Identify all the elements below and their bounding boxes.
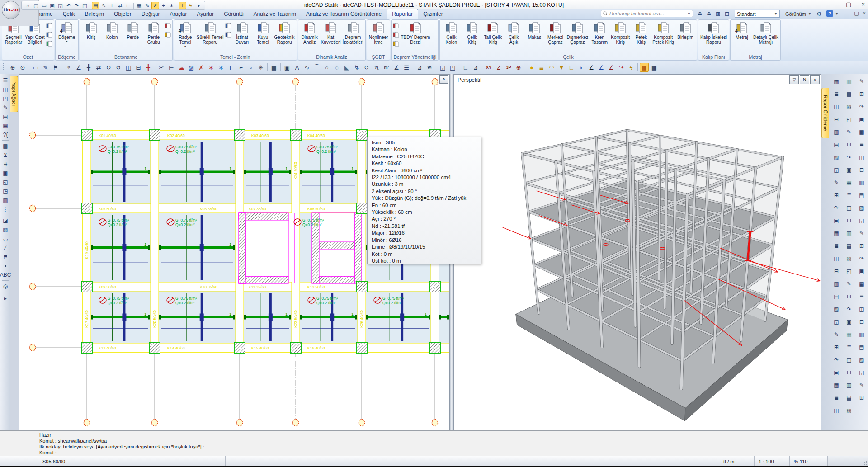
report-grid-icon[interactable]: ▦ xyxy=(832,229,840,237)
snap-icon[interactable]: ✗ xyxy=(151,2,159,9)
slice-icon[interactable]: ◪ xyxy=(1,217,9,225)
mdi-restore-button[interactable]: ▢ xyxy=(854,10,859,16)
ribbon-button-radye-temel[interactable]: 4Radye Temel▼ xyxy=(175,21,196,48)
table-report-icon[interactable]: ⊞ xyxy=(845,141,853,149)
layer-list2-icon[interactable]: ≘ xyxy=(705,10,713,18)
ribbon-button--elik-a-k[interactable]: Çelik Aşık xyxy=(503,21,524,45)
export-icon[interactable]: ↷ xyxy=(858,255,866,263)
report-grid-icon[interactable]: ▦ xyxy=(832,381,840,389)
home-icon[interactable]: ⌂ xyxy=(24,2,32,9)
section-view-icon[interactable]: ◫ xyxy=(832,255,840,263)
section-view-icon[interactable]: ◫ xyxy=(845,356,853,364)
select-cursor-icon[interactable]: ↖ xyxy=(100,2,108,9)
edit-object-icon[interactable]: ✎ xyxy=(1,104,9,112)
divide-icon[interactable]: ∗ xyxy=(207,63,216,72)
structure-tree-tab[interactable]: Yapı Ağacı xyxy=(10,76,18,112)
ribbon-button-d-merkez-apraz[interactable]: Dışmerkez Çapraz xyxy=(566,21,589,45)
cloud-shape-icon[interactable]: ◌ xyxy=(332,63,341,72)
previous-view-icon[interactable]: ◰ xyxy=(81,2,89,9)
section-view-icon[interactable]: ◫ xyxy=(858,305,866,313)
qat-overflow-icon[interactable]: ▾ xyxy=(195,2,203,9)
corner-tool-icon[interactable]: ∟ xyxy=(124,2,132,9)
split-icon[interactable]: ∕ xyxy=(1,244,9,252)
ribbon-button--elik-kiri-[interactable]: Çelik Kiriş xyxy=(462,21,482,45)
slab-report-icon[interactable]: ▤ xyxy=(832,292,840,301)
analysis-bolt-icon[interactable]: ϟ xyxy=(627,63,636,72)
resize-grip[interactable] xyxy=(862,460,868,466)
grid-settings-icon[interactable]: ▦ xyxy=(135,2,143,9)
table-report-icon[interactable]: ⊞ xyxy=(858,90,866,98)
wall-report-icon[interactable]: ▨ xyxy=(845,406,853,415)
section-view-icon[interactable]: ◫ xyxy=(845,204,853,212)
find-icon[interactable]: ◎ xyxy=(1,282,9,290)
polyline-icon[interactable]: ↯ xyxy=(352,63,361,72)
print-preview-icon[interactable]: ▣ xyxy=(845,318,853,326)
tab-analiz-ve-tasar-m[interactable]: Analiz ve Tasarım xyxy=(249,9,301,19)
mini-report-button[interactable] xyxy=(225,22,231,30)
drawing-icon[interactable]: ✎ xyxy=(845,128,853,136)
object-query-icon[interactable]: ?{ xyxy=(1,131,9,139)
column-report-icon[interactable]: ▥ xyxy=(832,128,840,136)
compass-icon[interactable]: ⌖ xyxy=(64,63,73,72)
chamfer-icon[interactable]: ⌐ xyxy=(236,63,245,72)
column-report-icon[interactable]: ▥ xyxy=(845,381,853,389)
detail-view-icon[interactable]: ◱ xyxy=(845,115,853,123)
tab-g-r-nt-[interactable]: Görüntü xyxy=(219,9,248,19)
section-view-icon[interactable]: ◫ xyxy=(832,103,840,111)
plan-view-mode-button[interactable]: ∧ xyxy=(439,75,448,84)
detail-view-icon[interactable]: ◱ xyxy=(845,267,853,275)
ribbon-button-detayl-elik-metraj-[interactable]: Detaylı Çelik Metrajı xyxy=(752,21,779,45)
minimize-button[interactable]: – xyxy=(833,1,836,8)
command-search-input[interactable]: Herhangi bir komut ara... ▼ xyxy=(601,10,693,17)
rebar-schedule-icon[interactable]: ≣ xyxy=(832,394,840,402)
slab-report-icon[interactable]: ▤ xyxy=(845,394,853,402)
table-icon[interactable]: ▦ xyxy=(650,63,659,72)
solid-icon[interactable]: ◗ xyxy=(577,63,586,72)
export-icon[interactable]: ↷ xyxy=(832,204,840,212)
circle-icon[interactable]: ○ xyxy=(322,63,331,72)
beam-report-icon[interactable]: ⊟ xyxy=(845,368,853,377)
print-preview-icon[interactable]: ▣ xyxy=(832,217,840,225)
arc-icon[interactable]: ⌒ xyxy=(312,63,321,72)
image-icon[interactable]: ▣ xyxy=(283,63,292,72)
offset-icon[interactable]: ⇄ xyxy=(116,2,124,9)
mini-report-button[interactable] xyxy=(393,31,399,39)
ribbon-button-birle-im[interactable]: Birleşim xyxy=(675,21,696,40)
translate-icon[interactable]: ⇄ xyxy=(94,63,103,72)
status-unit[interactable]: tf / m xyxy=(719,456,755,467)
measure-icon[interactable]: ▭ xyxy=(31,63,40,72)
drawing-icon[interactable]: ✎ xyxy=(858,381,866,389)
snap-cross-icon[interactable]: ∗ xyxy=(217,63,226,72)
ribbon-button-tbdy-deprem-derzi[interactable]: TBDY Deprem Derzi xyxy=(400,21,431,45)
dropdown-arrow-icon[interactable]: ▼ xyxy=(184,45,187,48)
frame-select-icon[interactable]: ▦ xyxy=(1,122,9,130)
terrain-edit-icon[interactable]: ◡ xyxy=(1,235,9,243)
detail-view-icon[interactable]: ◱ xyxy=(832,318,840,326)
mdi-close-button[interactable]: × xyxy=(863,10,866,16)
hatch-icon[interactable]: ▨ xyxy=(187,63,196,72)
properties-icon[interactable]: ☰ xyxy=(1,76,9,85)
window-tile-icon[interactable]: ◰ xyxy=(448,63,457,72)
snap-node-icon[interactable]: ∗ xyxy=(168,2,175,9)
detail-view-icon[interactable]: ◱ xyxy=(858,217,866,225)
angle-measure-icon[interactable]: ∡ xyxy=(392,63,401,72)
restore-button[interactable]: ▢ xyxy=(846,1,851,8)
export-icon[interactable]: ↷ xyxy=(845,153,853,161)
style-combo[interactable]: Standart▼ xyxy=(735,10,780,18)
export-icon[interactable]: ↷ xyxy=(858,103,866,111)
save-all-icon[interactable]: ◱ xyxy=(57,2,64,9)
wall-report-icon[interactable]: ▨ xyxy=(832,153,840,161)
mini-report-button[interactable] xyxy=(165,31,171,39)
ribbon-button-dinamik-analiz[interactable]: Dinamik Analiz xyxy=(299,21,320,45)
terrain-icon[interactable]: ≋ xyxy=(425,63,434,72)
lamp-icon[interactable]: ● xyxy=(527,63,536,72)
level-icon[interactable]: ⊿ xyxy=(415,63,424,72)
rebar-schedule-icon[interactable]: ≣ xyxy=(832,90,840,98)
search-dropdown-icon[interactable]: ▼ xyxy=(687,12,691,16)
move-storey-icon[interactable]: ◳ xyxy=(1,187,9,195)
print-preview-icon[interactable]: ▣ xyxy=(845,166,853,174)
axis-rotate-icon[interactable]: ↺ xyxy=(114,63,123,72)
table-report-icon[interactable]: ⊞ xyxy=(858,242,866,250)
rebar-schedule-icon[interactable]: ≣ xyxy=(858,141,866,149)
save-icon[interactable]: ▣ xyxy=(48,2,56,9)
